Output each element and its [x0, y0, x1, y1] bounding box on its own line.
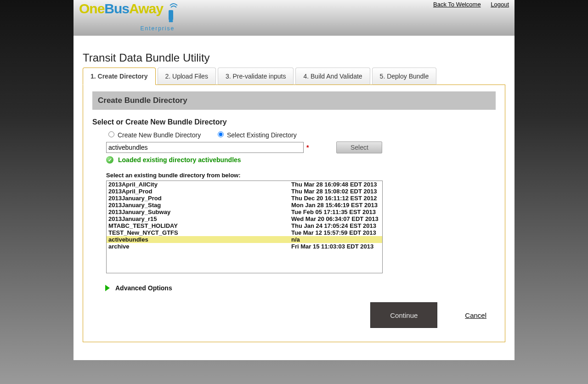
directory-date: Tue Feb 05 17:11:35 EST 2013 [291, 209, 380, 215]
svg-rect-0 [169, 10, 173, 20]
directory-date: Thu Mar 28 15:08:02 EDT 2013 [291, 188, 380, 195]
app-logo: OneBusAway Enterprise [79, 1, 177, 32]
logout-link[interactable]: Logout [491, 1, 509, 8]
panel-subheading: Select or Create New Bundle Directory [92, 118, 496, 126]
tab-deploy-bundle[interactable]: 5. Deploy Bundle [372, 68, 437, 85]
radio-select-existing-text: Select Existing Directory [227, 131, 297, 139]
directory-name: TEST_New_NYCT_GTFS [108, 229, 291, 236]
directory-list-row[interactable]: activebundlesn/a [107, 236, 382, 243]
select-button[interactable]: Select [336, 141, 382, 153]
directory-name-input[interactable] [106, 142, 304, 153]
directory-name: activebundles [108, 236, 291, 243]
advanced-options-toggle[interactable]: Advanced Options [92, 284, 496, 292]
directory-date: Thu Mar 28 16:09:48 EDT 2013 [291, 181, 380, 188]
directory-list-row[interactable]: 2013January_r15Wed Mar 20 06:34:07 EDT 2… [107, 215, 382, 222]
directory-name: 2013April_Prod [108, 188, 291, 195]
bus-signal-icon [167, 1, 177, 27]
directory-list-label: Select an existing bundle directory from… [92, 172, 496, 179]
header-bar: Back To Welcome Logout OneBusAway [74, 0, 514, 36]
logo-word-bus: Bus [104, 1, 129, 16]
directory-name: archive [108, 243, 291, 250]
logo-subtitle: Enterprise [79, 25, 177, 32]
directory-date: n/a [291, 236, 380, 243]
required-asterisk-icon: * [306, 144, 309, 151]
radio-create-new-label[interactable]: Create New Bundle Directory [106, 131, 203, 139]
directory-list-row[interactable]: 2013April_ProdThu Mar 28 15:08:02 EDT 20… [107, 188, 382, 195]
radio-create-new-text: Create New Bundle Directory [118, 131, 201, 139]
radio-select-existing[interactable] [218, 131, 224, 137]
continue-button[interactable]: Continue [370, 302, 437, 328]
directory-list-row[interactable]: TEST_New_NYCT_GTFSTue Mar 12 15:57:59 ED… [107, 229, 382, 236]
directory-name: 2013April_AllCity [108, 181, 291, 188]
directory-name: 2013January_Stag [108, 202, 291, 209]
status-message: Loaded existing directory activebundles [118, 156, 241, 164]
directory-list-row[interactable]: 2013January_ProdThu Dec 20 16:11:12 EST … [107, 195, 382, 202]
panel-header: Create Bundle Directory [92, 91, 496, 110]
directory-list[interactable]: 2013April_AllCityThu Mar 28 16:09:48 EDT… [106, 181, 383, 273]
directory-list-row[interactable]: MTABC_TEST_HOLIDAYThu Jan 24 17:05:24 ES… [107, 222, 382, 229]
back-to-welcome-link[interactable]: Back To Welcome [433, 1, 481, 8]
directory-list-row[interactable]: 2013January_StagMon Jan 28 15:46:19 EST … [107, 202, 382, 209]
radio-select-existing-label[interactable]: Select Existing Directory [215, 131, 297, 139]
directory-name: 2013January_Subway [108, 209, 291, 215]
directory-date: Thu Jan 24 17:05:24 EST 2013 [291, 222, 380, 229]
svg-point-2 [171, 20, 173, 23]
directory-name: 2013January_Prod [108, 195, 291, 202]
tab-prevalidate-inputs[interactable]: 3. Pre-validate inputs [218, 68, 294, 85]
wizard-tabs: 1. Create Directory 2. Upload Files 3. P… [83, 67, 505, 85]
directory-name: 2013January_r15 [108, 215, 291, 222]
directory-date: Wed Mar 20 06:34:07 EDT 2013 [291, 215, 380, 222]
cancel-link[interactable]: Cancel [465, 311, 486, 319]
success-check-icon: ✓ [106, 156, 113, 164]
tab-panel-create-directory: Create Bundle Directory Select or Create… [83, 85, 505, 342]
directory-date: Fri Mar 15 11:03:03 EDT 2013 [291, 243, 380, 250]
tab-build-and-validate[interactable]: 4. Build And Validate [295, 68, 370, 85]
advanced-options-label: Advanced Options [115, 284, 172, 292]
tab-upload-files[interactable]: 2. Upload Files [158, 68, 216, 85]
logo-word-away: Away [129, 1, 163, 16]
directory-list-row[interactable]: 2013April_AllCityThu Mar 28 16:09:48 EDT… [107, 181, 382, 188]
page-title: Transit Data Bundle Utility [83, 51, 505, 64]
directory-date: Thu Dec 20 16:11:12 EST 2012 [291, 195, 380, 202]
directory-list-row[interactable]: 2013January_SubwayTue Feb 05 17:11:35 ES… [107, 209, 382, 215]
tab-create-directory[interactable]: 1. Create Directory [83, 68, 156, 85]
radio-create-new[interactable] [108, 131, 114, 137]
expand-triangle-icon [105, 285, 110, 291]
logo-word-one: One [79, 1, 104, 16]
directory-list-row[interactable]: archiveFri Mar 15 11:03:03 EDT 2013 [107, 243, 382, 250]
directory-date: Mon Jan 28 15:46:19 EST 2013 [291, 202, 380, 209]
directory-date: Tue Mar 12 15:57:59 EDT 2013 [291, 229, 380, 236]
directory-name: MTABC_TEST_HOLIDAY [108, 222, 291, 229]
